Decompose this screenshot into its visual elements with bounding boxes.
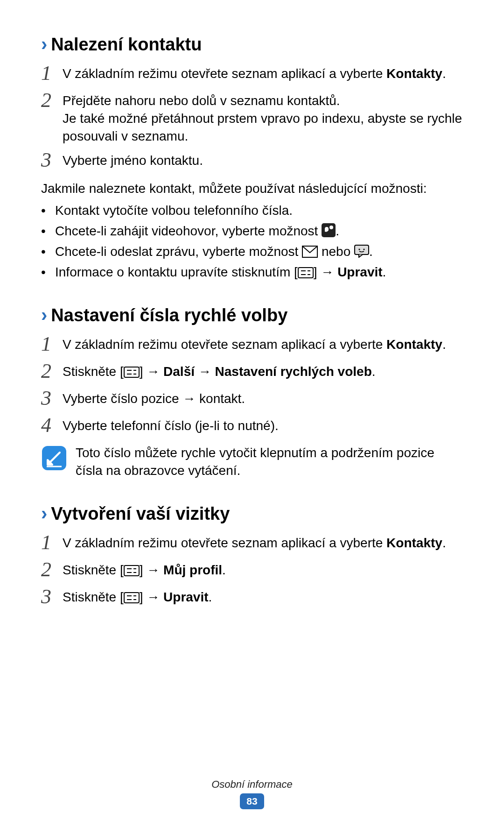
step-text: Vyberte jméno kontaktu. [63, 153, 203, 168]
step-item: 3 Vyberte číslo pozice → kontakt. [41, 390, 463, 410]
bullet-text: Chcete-li zahájit videohovor, vyberte mo… [55, 222, 339, 240]
step-text: Vyberte číslo pozice → kontakt. [63, 391, 245, 406]
step-item: 3 Stiskněte [] → Upravit. [41, 588, 463, 609]
menu-icon [124, 367, 140, 378]
bullet-item: • Kontakt vytočíte volbou telefonního čí… [41, 202, 463, 219]
step-item: 2 Stiskněte [] → Další → Nastavení rychl… [41, 363, 463, 383]
note-row: Toto číslo můžete rychle vytočit klepnut… [41, 444, 463, 480]
section-heading: › Nalezení kontaktu [41, 33, 463, 57]
step-bold: Upravit [163, 590, 208, 604]
bullet-text-part: Kontakt vytočíte volbou telefonního čísl… [55, 203, 293, 218]
bullet-item: • Chcete-li zahájit videohovor, vyberte … [41, 222, 463, 240]
step-body: Vyberte jméno kontaktu. [63, 152, 463, 170]
paragraph: Jakmile naleznete kontakt, můžete použív… [41, 180, 463, 198]
bullet-text-part: . [336, 224, 339, 238]
step-body: Stiskněte [] → Upravit. [63, 588, 463, 606]
step-number: 2 [41, 90, 63, 111]
section-title: Nalezení kontaktu [51, 33, 202, 57]
bullet-text-part: Chcete-li odeslat zprávu, vyberte možnos… [55, 244, 302, 259]
section-heading: › Nastavení čísla rychlé volby [41, 304, 463, 327]
step-text: Vyberte telefonní číslo (je-li to nutné)… [63, 418, 279, 433]
step-body: V základním režimu otevřete seznam aplik… [63, 65, 463, 83]
bullet-text-part: . [383, 265, 386, 279]
step-number: 3 [41, 388, 63, 409]
step-list: 1 V základním režimu otevřete seznam apl… [41, 534, 463, 609]
step-number: 3 [41, 150, 63, 170]
step-text: . [209, 590, 212, 604]
step-text: V základním režimu otevřete seznam aplik… [63, 536, 386, 550]
bullet-text: Chcete-li odeslat zprávu, vyberte možnos… [55, 243, 373, 261]
step-text: ] → [140, 590, 163, 604]
step-bold: Můj profil [163, 563, 222, 577]
step-body: Přejděte nahoru nebo dolů v seznamu kont… [63, 92, 463, 145]
svg-rect-6 [298, 268, 313, 278]
menu-icon [124, 592, 140, 603]
step-bold: Kontakty [386, 536, 442, 550]
chevron-icon: › [41, 305, 47, 324]
step-number: 4 [41, 415, 63, 436]
bullet-text-part: ] → [314, 265, 337, 279]
step-text: . [442, 536, 446, 550]
bullet-dot: • [41, 243, 55, 261]
svg-rect-3 [355, 245, 369, 254]
chat-icon [354, 245, 369, 258]
step-text: Je také možné přetáhnout prstem vpravo p… [63, 111, 462, 143]
note-icon [41, 445, 67, 471]
step-text: V základním režimu otevřete seznam aplik… [63, 337, 386, 352]
svg-rect-18 [124, 565, 139, 576]
step-item: 3 Vyberte jméno kontaktu. [41, 152, 463, 172]
bullet-dot: • [41, 222, 55, 240]
menu-icon [124, 565, 140, 576]
step-item: 4 Vyberte telefonní číslo (je-li to nutn… [41, 417, 463, 438]
note-text: Toto číslo můžete rychle vytočit klepnut… [76, 444, 463, 480]
bullet-list: • Kontakt vytočíte volbou telefonního čí… [41, 202, 463, 281]
bullet-text-part: Informace o kontaktu upravíte stisknutím… [55, 265, 298, 279]
bullet-text-part: . [369, 244, 373, 259]
step-text: ] → [140, 364, 163, 379]
step-text: → [195, 364, 215, 379]
step-list: 1 V základním režimu otevřete seznam apl… [41, 65, 463, 172]
step-bold: Kontakty [386, 66, 442, 81]
footer-label: Osobní informace [0, 778, 504, 792]
section-title: Vytvoření vaší vizitky [51, 502, 230, 526]
bullet-item: • Chcete-li odeslat zprávu, vyberte možn… [41, 243, 463, 261]
step-text: V základním režimu otevřete seznam aplik… [63, 66, 386, 81]
step-number: 3 [41, 587, 63, 607]
bullet-dot: • [41, 263, 55, 281]
step-body: Stiskněte [] → Další → Nastavení rychlýc… [63, 363, 463, 381]
step-body: Stiskněte [] → Můj profil. [63, 561, 463, 579]
step-text: Stiskněte [ [63, 364, 124, 379]
step-text: . [372, 364, 376, 379]
step-item: 2 Stiskněte [] → Můj profil. [41, 561, 463, 582]
step-number: 1 [41, 334, 63, 354]
bullet-bold: Upravit [337, 265, 382, 279]
bullet-text-part: Chcete-li zahájit videohovor, vyberte mo… [55, 224, 322, 238]
bullet-item: • Informace o kontaktu upravíte stisknut… [41, 263, 463, 281]
step-text: Přejděte nahoru nebo dolů v seznamu kont… [63, 93, 340, 108]
chevron-icon: › [41, 504, 47, 523]
chevron-icon: › [41, 35, 47, 53]
step-item: 1 V základním režimu otevřete seznam apl… [41, 65, 463, 85]
bullet-text: Informace o kontaktu upravíte stisknutím… [55, 263, 386, 281]
svg-rect-11 [124, 367, 139, 377]
step-text: Stiskněte [ [63, 590, 124, 604]
step-number: 1 [41, 532, 63, 553]
bullet-dot: • [41, 202, 55, 219]
step-body: V základním režimu otevřete seznam aplik… [63, 534, 463, 552]
page-number-badge: 83 [240, 793, 264, 809]
step-number: 2 [41, 361, 63, 382]
step-body: Vyberte číslo pozice → kontakt. [63, 390, 463, 408]
svg-point-1 [329, 226, 333, 229]
step-bold: Kontakty [386, 337, 442, 352]
page-footer: Osobní informace 83 [0, 778, 504, 809]
envelope-icon [302, 246, 318, 258]
step-number: 2 [41, 559, 63, 580]
step-item: 1 V základním režimu otevřete seznam apl… [41, 534, 463, 555]
section-title: Nastavení čísla rychlé volby [51, 304, 287, 327]
step-text: . [442, 337, 446, 352]
bullet-text-part: nebo [318, 244, 354, 259]
step-text: ] → [140, 563, 163, 577]
step-text: Stiskněte [ [63, 563, 124, 577]
section-heading: › Vytvoření vaší vizitky [41, 502, 463, 526]
step-list: 1 V základním režimu otevřete seznam apl… [41, 336, 463, 438]
